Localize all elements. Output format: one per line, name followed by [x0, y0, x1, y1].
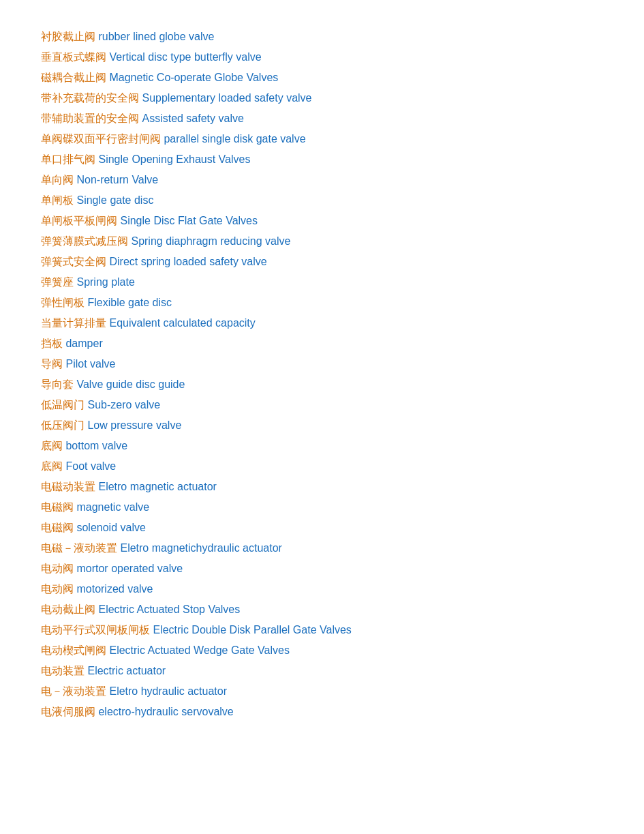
list-item: 低压阀门 Low pressure valve: [41, 416, 603, 435]
english-term: Foot valve: [65, 460, 116, 472]
entry-line: 单口排气阀 Single Opening Exhaust Valves: [41, 150, 603, 169]
chinese-term: 挡板: [41, 338, 63, 349]
entry-line: 电动楔式闸阀 Electric Actuated Wedge Gate Valv…: [41, 641, 603, 660]
entry-line: 单闸板平板闸阀 Single Disc Flat Gate Valves: [41, 211, 603, 230]
chinese-term: 垂直板式蝶阀: [41, 51, 106, 63]
entry-line: 低压阀门 Low pressure valve: [41, 416, 603, 435]
list-item: 单口排气阀 Single Opening Exhaust Valves: [41, 150, 603, 169]
list-item: 导向套 Valve guide disc guide: [41, 375, 603, 394]
list-item: 带补充载荷的安全阀 Supplementary loaded safety va…: [41, 89, 603, 108]
entry-line: 当量计算排量 Equivalent calculated capacity: [41, 314, 603, 333]
list-item: 挡板 damper: [41, 334, 603, 353]
chinese-term: 电动平行式双闸板闸板: [41, 624, 150, 636]
entry-line: 底阀 Foot valve: [41, 457, 603, 476]
english-term: magnetic valve: [76, 501, 149, 513]
english-term: Single gate disc: [76, 194, 153, 206]
chinese-term: 电磁动装置: [41, 481, 95, 492]
english-term: Single Disc Flat Gate Valves: [120, 215, 258, 226]
list-item: 电动装置 Electric actuator: [41, 661, 603, 681]
chinese-term: 单闸板平板闸阀: [41, 215, 117, 226]
list-item: 弹簧式安全阀 Direct spring loaded safety valve: [41, 252, 603, 271]
chinese-term: 电动阀: [41, 583, 74, 595]
entry-line: 垂直板式蝶阀 Vertical disc type butterfly valv…: [41, 48, 603, 67]
entry-line: 弹簧薄膜式减压阀 Spring diaphragm reducing valve: [41, 232, 603, 251]
entry-line: 电磁－液动装置 Eletro magnetichydraulic actuato…: [41, 539, 603, 558]
entry-line: 电动截止阀 Electric Actuated Stop Valves: [41, 600, 603, 619]
list-item: 电磁－液动装置 Eletro magnetichydraulic actuato…: [41, 539, 603, 558]
entry-line: 弹簧式安全阀 Direct spring loaded safety valve: [41, 252, 603, 271]
content-area: 衬胶截止阀 rubber lined globe valve垂直板式蝶阀 Ver…: [41, 27, 603, 721]
entry-line: 电动阀 motorized valve: [41, 580, 603, 599]
list-item: 带辅助装置的安全阀 Assisted safety valve: [41, 109, 603, 128]
entry-line: 弹簧座 Spring plate: [41, 273, 603, 292]
chinese-term: 电动阀: [41, 563, 74, 574]
chinese-term: 电动楔式闸阀: [41, 644, 106, 656]
entry-line: 底阀 bottom valve: [41, 436, 603, 456]
chinese-term: 单向阀: [41, 174, 74, 185]
list-item: 单阀碟双面平行密封闸阀 parallel single disk gate va…: [41, 130, 603, 149]
chinese-term: 磁耦合截止阀: [41, 72, 106, 83]
list-item: 低温阀门 Sub-zero valve: [41, 396, 603, 415]
entry-line: 电动阀 mortor operated valve: [41, 559, 603, 578]
chinese-term: 当量计算排量: [41, 317, 106, 329]
chinese-term: 电动装置: [41, 665, 85, 676]
chinese-term: 弹簧座: [41, 276, 74, 288]
list-item: 电动截止阀 Electric Actuated Stop Valves: [41, 600, 603, 619]
english-term: Electric actuator: [87, 665, 166, 676]
entry-line: 弹性闸板 Flexible gate disc: [41, 293, 603, 312]
chinese-term: 底阀: [41, 440, 63, 451]
list-item: 电液伺服阀 electro-hydraulic servovalve: [41, 702, 603, 721]
entry-line: 电动装置 Electric actuator: [41, 661, 603, 681]
list-item: 单闸板平板闸阀 Single Disc Flat Gate Valves: [41, 211, 603, 230]
english-term: Supplementary loaded safety valve: [142, 92, 311, 104]
english-term: Spring plate: [76, 276, 134, 288]
english-term: Assisted safety valve: [142, 113, 243, 124]
entry-line: 电－液动装置 Eletro hydraulic actuator: [41, 682, 603, 701]
list-item: 当量计算排量 Equivalent calculated capacity: [41, 314, 603, 333]
english-term: motorized valve: [76, 583, 153, 595]
english-term: Low pressure valve: [87, 419, 181, 431]
english-term: Electric Actuated Stop Valves: [98, 604, 240, 615]
entry-line: 导向套 Valve guide disc guide: [41, 375, 603, 394]
english-term: Magnetic Co-operate Globe Valves: [109, 72, 278, 83]
english-term: Sub-zero valve: [87, 399, 160, 411]
list-item: 电－液动装置 Eletro hydraulic actuator: [41, 682, 603, 701]
chinese-term: 底阀: [41, 460, 63, 472]
english-term: bottom valve: [65, 440, 127, 451]
entry-line: 电磁动装置 Eletro magnetic actuator: [41, 477, 603, 496]
english-term: mortor operated valve: [76, 563, 183, 574]
list-item: 垂直板式蝶阀 Vertical disc type butterfly valv…: [41, 48, 603, 67]
chinese-term: 弹簧式安全阀: [41, 256, 106, 267]
list-item: 电动平行式双闸板闸板 Electric Double Disk Parallel…: [41, 621, 603, 640]
entry-line: 导阀 Pilot valve: [41, 355, 603, 374]
english-term: Spring diaphragm reducing valve: [131, 235, 290, 247]
list-item: 磁耦合截止阀 Magnetic Co-operate Globe Valves: [41, 68, 603, 87]
list-item: 单向阀 Non-return Valve: [41, 170, 603, 190]
entry-line: 电磁阀 solenoid valve: [41, 518, 603, 537]
entry-line: 电动平行式双闸板闸板 Electric Double Disk Parallel…: [41, 621, 603, 640]
chinese-term: 低温阀门: [41, 399, 85, 411]
chinese-term: 低压阀门: [41, 419, 85, 431]
english-term: Vertical disc type butterfly valve: [109, 51, 261, 63]
entry-line: 低温阀门 Sub-zero valve: [41, 396, 603, 415]
list-item: 底阀 Foot valve: [41, 457, 603, 476]
english-term: electro-hydraulic servovalve: [98, 706, 233, 717]
entry-line: 带补充载荷的安全阀 Supplementary loaded safety va…: [41, 89, 603, 108]
english-term: Electric Double Disk Parallel Gate Valve…: [153, 624, 351, 636]
english-term: Eletro magnetic actuator: [98, 481, 216, 492]
chinese-term: 电动截止阀: [41, 604, 95, 615]
chinese-term: 电－液动装置: [41, 685, 106, 697]
entry-line: 电磁阀 magnetic valve: [41, 498, 603, 517]
chinese-term: 单阀碟双面平行密封闸阀: [41, 133, 161, 145]
chinese-term: 带辅助装置的安全阀: [41, 113, 139, 124]
entry-line: 挡板 damper: [41, 334, 603, 353]
english-term: Pilot valve: [65, 358, 115, 370]
chinese-term: 导向套: [41, 378, 74, 390]
english-term: Electric Actuated Wedge Gate Valves: [109, 644, 289, 656]
chinese-term: 电磁阀: [41, 522, 74, 533]
chinese-term: 导阀: [41, 358, 63, 370]
list-item: 电磁阀 magnetic valve: [41, 498, 603, 517]
chinese-term: 单闸板: [41, 194, 74, 206]
english-term: Valve guide disc guide: [76, 378, 185, 390]
list-item: 电磁阀 solenoid valve: [41, 518, 603, 537]
